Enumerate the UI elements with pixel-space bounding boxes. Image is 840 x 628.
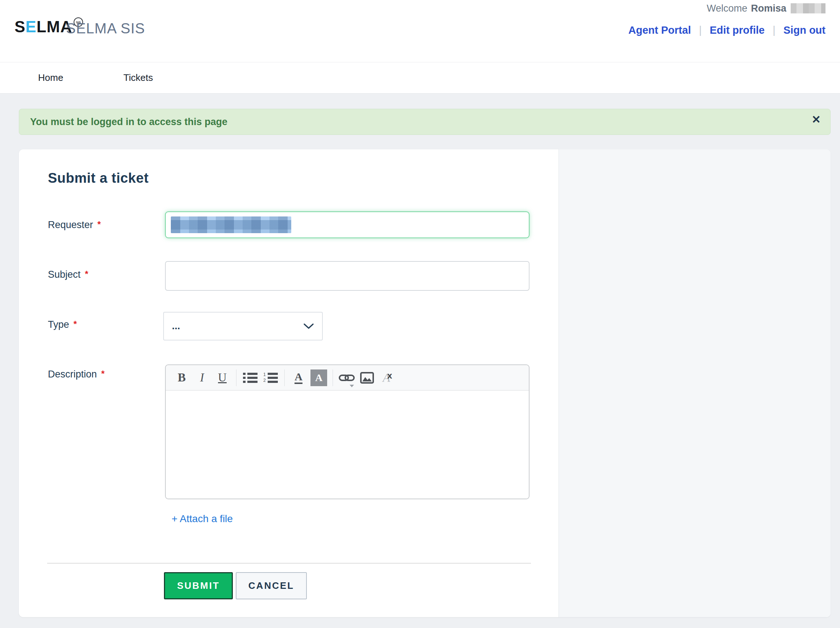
login-alert: You must be logged in to access this pag… [19, 109, 831, 135]
alert-message: You must be logged in to access this pag… [30, 117, 227, 128]
form-divider [47, 563, 531, 564]
submit-button[interactable]: SUBMIT [164, 572, 233, 600]
link-dropdown-caret-icon [350, 385, 354, 387]
underline-button[interactable]: U [212, 368, 232, 388]
chevron-down-icon [303, 323, 314, 330]
bullet-list-button[interactable] [240, 368, 261, 388]
type-label: Type* [48, 319, 77, 330]
toolbar-divider [236, 369, 237, 386]
nav-item-home[interactable]: Home [38, 72, 63, 84]
requester-label: Requester* [48, 219, 101, 230]
toolbar-divider [284, 369, 285, 386]
welcome-user-name: Romisa [751, 3, 786, 14]
insert-link-button[interactable] [336, 368, 357, 388]
clear-format-button[interactable]: Ax [377, 368, 398, 388]
svg-text:1: 1 [263, 372, 266, 377]
selma-logo-text: SELMA [14, 19, 72, 35]
insert-image-button[interactable] [357, 368, 377, 388]
redacted-email-value [171, 216, 291, 233]
header-links: Agent Portal | Edit profile | Sign out [628, 24, 826, 36]
cancel-button[interactable]: CANCEL [236, 572, 307, 600]
bullet-list-icon [243, 372, 257, 383]
welcome-line: Welcome Romisa [628, 2, 826, 14]
link-separator: | [772, 24, 775, 36]
numbered-list-icon: 1 2 [263, 372, 278, 383]
type-select-value: ... [172, 320, 180, 332]
description-textarea[interactable] [166, 390, 529, 499]
header-user-area: Welcome Romisa Agent Portal | Edit profi… [628, 2, 826, 36]
sign-out-link[interactable]: Sign out [783, 24, 826, 36]
toolbar-divider [333, 369, 333, 386]
page-title: Submit a ticket [48, 170, 149, 186]
required-asterisk: * [98, 219, 101, 229]
subject-label: Subject* [48, 269, 88, 280]
required-asterisk: * [74, 319, 77, 329]
description-label: Description* [48, 369, 104, 380]
welcome-prefix: Welcome [707, 3, 747, 14]
background-color-button[interactable]: A [309, 368, 329, 388]
card-right-panel [559, 149, 831, 617]
type-select[interactable]: ... [163, 312, 323, 341]
italic-button[interactable]: I [192, 368, 212, 388]
bold-button[interactable]: B [172, 368, 192, 388]
image-icon [360, 372, 374, 383]
editor-toolbar: B I U 1 2 A [166, 365, 529, 390]
requester-input[interactable] [165, 211, 529, 238]
agent-portal-link[interactable]: Agent Portal [628, 24, 691, 36]
attach-file-link[interactable]: + Attach a file [172, 513, 233, 525]
selma-logo-e: E [25, 18, 36, 36]
numbered-list-button[interactable]: 1 2 [261, 368, 281, 388]
close-icon[interactable]: ✕ [812, 114, 821, 125]
app-header: SELMA SIS SELMA SIS Welcome Romisa Agent… [0, 0, 840, 62]
link-icon [339, 374, 355, 382]
main-nav: Home Tickets [0, 62, 840, 93]
text-color-button[interactable]: A [288, 368, 309, 388]
submit-ticket-card: Submit a ticket Requester* Subject* Type… [19, 149, 831, 617]
app-title: SELMA SIS [66, 20, 145, 36]
background-color-icon: A [311, 369, 327, 386]
svg-text:2: 2 [263, 378, 266, 383]
text-color-icon: A [295, 371, 303, 384]
required-asterisk: * [85, 269, 88, 279]
nav-item-tickets[interactable]: Tickets [123, 72, 153, 84]
description-editor: B I U 1 2 A [165, 364, 529, 499]
edit-profile-link[interactable]: Edit profile [710, 24, 764, 36]
subject-input[interactable] [165, 261, 529, 291]
required-asterisk: * [101, 369, 104, 379]
redacted-surname [791, 3, 826, 13]
link-separator: | [699, 24, 702, 36]
